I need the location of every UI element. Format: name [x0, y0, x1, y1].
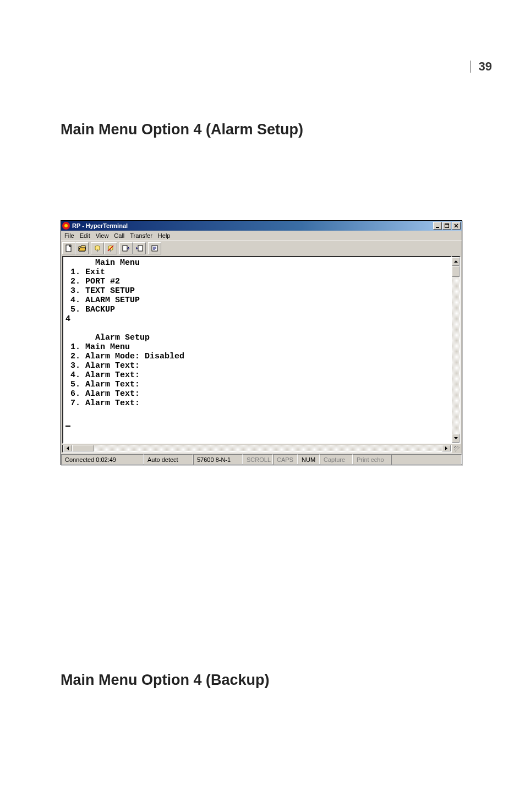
- menu-file[interactable]: File: [64, 232, 74, 239]
- svg-rect-12: [123, 246, 127, 251]
- statusbar: Connected 0:02:49 Auto detect 57600 8-N-…: [61, 454, 462, 465]
- page-number: 39: [470, 61, 492, 73]
- svg-marker-21: [445, 446, 447, 450]
- disconnect-icon[interactable]: [104, 242, 117, 254]
- connect-icon[interactable]: [91, 242, 104, 254]
- properties-icon[interactable]: [148, 242, 161, 254]
- toolbar: [61, 241, 462, 255]
- alarm-item-text4: 4. Alarm Text:: [65, 370, 140, 380]
- scroll-right-icon[interactable]: [442, 445, 451, 451]
- menubar: File Edit View Call Transfer Help: [61, 231, 462, 241]
- menu-item-exit: 1. Exit: [65, 268, 105, 277]
- scroll-track[interactable]: [452, 266, 460, 434]
- open-icon[interactable]: [75, 242, 89, 254]
- alarm-item-main-menu: 1. Main Menu: [65, 342, 130, 352]
- app-icon: [62, 222, 70, 230]
- main-menu-heading: Main Menu: [65, 258, 140, 268]
- menu-item-backup: 5. BACKUP: [65, 305, 115, 314]
- menu-edit[interactable]: Edit: [80, 232, 90, 239]
- alarm-item-mode: 2. Alarm Mode: Disabled: [65, 352, 184, 361]
- status-num: NUM: [298, 454, 320, 465]
- svg-rect-10: [110, 249, 111, 252]
- titlebar[interactable]: RP - HyperTerminal: [61, 221, 462, 231]
- status-baud: 57600 8-N-1: [193, 454, 243, 465]
- menu-help[interactable]: Help: [158, 232, 171, 239]
- svg-marker-8: [79, 248, 86, 251]
- svg-rect-2: [445, 224, 449, 225]
- menu-transfer[interactable]: Transfer: [130, 232, 152, 239]
- menu-view[interactable]: View: [96, 232, 109, 239]
- menu-item-alarm-setup: 4. ALARM SETUP: [65, 296, 140, 305]
- svg-marker-19: [454, 437, 458, 439]
- alarm-item-text5: 5. Alarm Text:: [65, 380, 140, 389]
- status-connected: Connected 0:02:49: [61, 454, 144, 465]
- alarm-item-text6: 6. Alarm Text:: [65, 389, 140, 399]
- svg-marker-18: [454, 260, 458, 263]
- svg-rect-13: [138, 246, 143, 251]
- scroll-left-icon[interactable]: [63, 445, 72, 451]
- terminal-cursor: [65, 426, 70, 427]
- scroll-down-icon[interactable]: [452, 434, 460, 443]
- title-controls: [433, 222, 461, 230]
- alarm-item-text7: 7. Alarm Text:: [65, 399, 140, 408]
- terminal-output[interactable]: Main Menu 1. Exit 2. PORT #2 3. TEXT SET…: [62, 256, 452, 444]
- status-capture: Capture: [320, 454, 353, 465]
- user-input: 4: [65, 314, 70, 324]
- scroll-up-icon[interactable]: [452, 257, 460, 266]
- receive-icon[interactable]: [133, 242, 146, 254]
- svg-rect-9: [97, 249, 98, 252]
- alarm-setup-heading: Alarm Setup: [65, 333, 150, 342]
- resize-grip[interactable]: [452, 445, 461, 453]
- minimize-button[interactable]: [433, 222, 442, 230]
- vertical-scrollbar[interactable]: [452, 256, 461, 444]
- status-caps: CAPS: [273, 454, 298, 465]
- alarm-item-text3: 3. Alarm Text:: [65, 361, 140, 370]
- section-heading-alarm: Main Menu Option 4 (Alarm Setup): [61, 121, 303, 138]
- hyperterminal-window: RP - HyperTerminal File Edit View Call T…: [61, 220, 462, 465]
- svg-rect-0: [436, 227, 439, 228]
- maximize-button[interactable]: [442, 222, 451, 230]
- status-detect: Auto detect: [144, 454, 193, 465]
- section-heading-backup: Main Menu Option 4 (Backup): [61, 672, 270, 689]
- hscroll-thumb[interactable]: [72, 445, 94, 451]
- svg-marker-20: [67, 446, 69, 450]
- scroll-thumb[interactable]: [452, 266, 460, 277]
- hscroll-track[interactable]: [72, 445, 442, 451]
- menu-item-text-setup: 3. TEXT SETUP: [65, 286, 135, 296]
- status-scroll: SCROLL: [243, 454, 273, 465]
- status-echo: Print echo: [353, 454, 391, 465]
- send-icon[interactable]: [119, 242, 133, 254]
- new-icon[interactable]: [62, 242, 75, 254]
- horizontal-scrollbar[interactable]: [62, 445, 452, 453]
- status-fill: [391, 454, 462, 465]
- menu-call[interactable]: Call: [114, 232, 124, 239]
- menu-item-port2: 2. PORT #2: [65, 277, 120, 286]
- close-button[interactable]: [452, 222, 461, 230]
- window-title: RP - HyperTerminal: [72, 221, 433, 231]
